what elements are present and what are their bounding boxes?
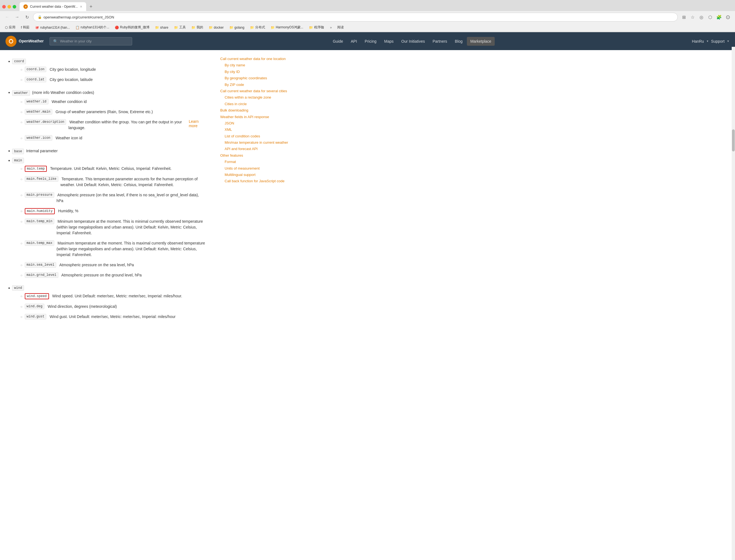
bookmark-docker[interactable]: 📁 docker xyxy=(207,25,225,30)
bookmark-weibo[interactable]: 🔴 Ruby韩的微博_微博 xyxy=(113,25,151,30)
bookmark-golang[interactable]: 📁 golang xyxy=(228,25,246,30)
sidebar-link-call-several-cities[interactable]: Call current weather data for several ci… xyxy=(220,88,297,94)
wind-speed-item: ○ wind.speed Wind speed. Unit Default: m… xyxy=(12,292,182,300)
forward-button[interactable]: → xyxy=(13,13,21,21)
profile-icon[interactable]: ⊙ xyxy=(724,13,732,21)
bookmark-label: Ruby韩的微博_微博 xyxy=(120,25,149,30)
bookmark-reading[interactable]: 阅读 xyxy=(336,25,345,30)
sidebar-link-units[interactable]: Units of measurement xyxy=(220,165,297,172)
bookmark-mine[interactable]: 📁 我的 xyxy=(190,25,205,30)
learn-more-link[interactable]: Learn more xyxy=(189,119,206,128)
translate-icon[interactable]: ⊞ xyxy=(680,13,688,21)
sidebar-link-other-features[interactable]: Other features xyxy=(220,152,297,159)
weather-description-item: ○ weather.description Weather condition … xyxy=(12,118,206,132)
sidebar-link-by-zip[interactable]: By ZIP code xyxy=(220,81,297,88)
main-feels-like-desc: Temperature. This temperature parameter … xyxy=(61,176,206,188)
nav-support[interactable]: Support xyxy=(711,39,725,44)
base-desc: Internal parameter xyxy=(25,149,58,153)
sidebar-link-circle[interactable]: Cities in circle xyxy=(220,101,297,107)
note-icon: 📋 xyxy=(75,26,80,29)
reading-label: 阅读 xyxy=(337,25,344,30)
sub-bullet-icon: ○ xyxy=(20,177,22,181)
extensions-icon[interactable]: ⬡ xyxy=(706,13,714,21)
bookmark-harmony[interactable]: 📁 HarmonyOS鸿蒙... xyxy=(269,25,305,30)
bookmark-label: golang xyxy=(235,26,244,29)
main-nav: Guide API Pricing Maps Our Initiatives P… xyxy=(138,37,687,46)
tab-title: Current weather data - OpenW... xyxy=(30,5,78,9)
main-temp-max-desc: Maximum temperature at the moment. This … xyxy=(56,240,206,258)
scrollbar-thumb[interactable] xyxy=(732,129,735,151)
nav-partners[interactable]: Partners xyxy=(429,37,450,46)
address-bar[interactable]: 🔒 openweathermap.org/current#current_JSO… xyxy=(33,13,678,21)
maximize-button[interactable] xyxy=(13,5,16,9)
sidebar-link-callback[interactable]: Call back function for JavaScript code xyxy=(220,178,297,184)
sidebar-link-by-city-id[interactable]: By city ID xyxy=(220,69,297,75)
nav-user-name[interactable]: HanRu xyxy=(692,39,704,44)
right-sidebar: Call current weather data for one locati… xyxy=(215,50,303,560)
nav-initiatives[interactable]: Our Initiatives xyxy=(398,37,428,46)
folder-icon: 📁 xyxy=(250,26,254,29)
sidebar-link-condition-codes[interactable]: List of condition codes xyxy=(220,133,297,139)
search-icon: 🔍 xyxy=(53,39,58,44)
bookmark-hanru[interactable]: f 韩茹 xyxy=(19,25,31,30)
sub-bullet-icon: ○ xyxy=(20,136,22,140)
bookmark-apps[interactable]: ⬡ 应用 xyxy=(3,25,17,30)
main-temp-max-tag: main.temp_max xyxy=(25,240,55,246)
back-button[interactable]: ← xyxy=(3,13,11,21)
bookmark-chengxuka[interactable]: 📁 程序咖 xyxy=(307,25,326,30)
sidebar-link-call-one-location[interactable]: Call current weather data for one locati… xyxy=(220,56,297,62)
sidebar-link-rectangle-zone[interactable]: Cities within a rectangle zone xyxy=(220,94,297,100)
bookmark-distributed[interactable]: 📁 分布式 xyxy=(248,25,267,30)
nav-pricing[interactable]: Pricing xyxy=(361,37,380,46)
main-pressure-tag: main.pressure xyxy=(25,192,55,198)
main-sub-list: ○ main.temp Temperature. Unit Default: K… xyxy=(12,165,206,279)
sidebar-link-weather-fields[interactable]: Weather fields in API response xyxy=(220,114,297,120)
bookmark-label: 应用 xyxy=(9,25,15,30)
minimize-button[interactable] xyxy=(7,5,11,9)
sidebar-link-by-geo[interactable]: By geographic coordinates xyxy=(220,75,297,81)
site-search-bar[interactable]: 🔍 Weather in your city xyxy=(50,37,132,45)
wind-gust-item: ○ wind.gust Wind gust. Unit Default: met… xyxy=(12,313,182,321)
bookmark-more[interactable]: » xyxy=(328,25,334,30)
close-button[interactable] xyxy=(2,5,6,9)
sub-bullet-icon: ○ xyxy=(20,305,22,309)
sidebar-link-api-forecast[interactable]: API and forecast API xyxy=(220,146,297,152)
sidebar-link-multilingual[interactable]: Multilingual support xyxy=(220,172,297,178)
sidebar-link-xml[interactable]: XML xyxy=(220,126,297,133)
nav-guide[interactable]: Guide xyxy=(330,37,346,46)
weather-icon-tag: weather.icon xyxy=(25,135,52,141)
user-chevron-icon: ▼ xyxy=(706,40,709,43)
account-icon[interactable]: ◎ xyxy=(698,13,705,21)
tab-close-button[interactable]: × xyxy=(80,4,82,9)
sub-bullet-icon: ○ xyxy=(20,294,22,298)
sidebar-link-min-max-temp[interactable]: Min/max temperature in current weather xyxy=(220,139,297,146)
extensions-pin-icon[interactable]: 🧩 xyxy=(715,13,723,21)
sidebar-link-format[interactable]: Format xyxy=(220,159,297,165)
bookmark-note[interactable]: 📋 rubyhan1314的个... xyxy=(74,25,111,30)
logo-text: OpenWeather xyxy=(19,39,44,44)
sidebar-link-by-city-name[interactable]: By city name xyxy=(220,62,297,68)
sub-bullet-icon: ○ xyxy=(20,110,22,114)
new-tab-button[interactable]: + xyxy=(87,3,95,10)
wind-speed-tag: wind.speed xyxy=(25,293,49,299)
bookmark-share[interactable]: 📁 share xyxy=(153,25,170,30)
sidebar-link-bulk-downloading[interactable]: Bulk downloading xyxy=(220,107,297,113)
main-sea-level-tag: main.sea_level xyxy=(25,262,56,268)
bookmark-tools[interactable]: 📁 工具 xyxy=(172,25,187,30)
sidebar-link-json[interactable]: JSON xyxy=(220,120,297,126)
bookmark-label: HarmonyOS鸿蒙... xyxy=(276,25,303,30)
folder-icon: 📁 xyxy=(174,26,178,29)
nav-api[interactable]: API xyxy=(347,37,360,46)
active-tab[interactable]: ☀ Current weather data - OpenW... × xyxy=(20,2,86,11)
nav-blog[interactable]: Blog xyxy=(451,37,466,46)
coord-lon-item: ○ coord.lon City geo location, longitude xyxy=(12,66,96,74)
nav-marketplace[interactable]: Marketplace xyxy=(467,37,494,46)
reload-button[interactable]: ↻ xyxy=(23,13,31,21)
bullet-icon: • xyxy=(8,90,10,95)
bookmark-github[interactable]: 🐙 rubyhan1314 (han... xyxy=(33,25,71,30)
bookmarks-bar: ⬡ 应用 f 韩茹 🐙 rubyhan1314 (han... 📋 rubyha… xyxy=(0,23,735,32)
nav-maps[interactable]: Maps xyxy=(381,37,397,46)
bookmark-icon[interactable]: ☆ xyxy=(689,13,696,21)
scrollbar-track xyxy=(732,47,735,560)
weather-tag: weather xyxy=(12,90,30,96)
